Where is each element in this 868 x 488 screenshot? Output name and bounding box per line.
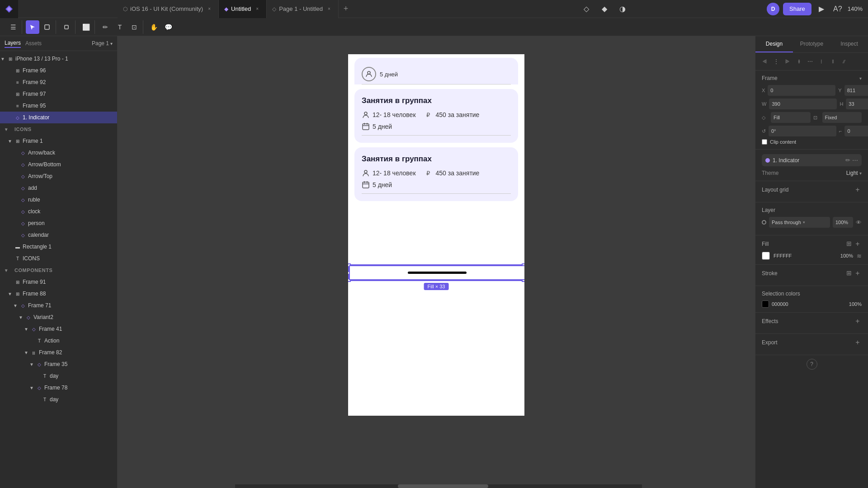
cursor-tool[interactable] [26,20,39,34]
zoom-level[interactable]: 140% [848,5,863,12]
tree-item-add[interactable]: ◇ add [0,182,117,194]
hscroll-thumb[interactable] [398,484,488,488]
assistant-button[interactable]: A? [831,3,844,15]
edit-component-icon[interactable]: ✏ [845,157,850,164]
fill-add-btn[interactable]: + [854,240,862,248]
tree-item-rect1[interactable]: ▬ Rectangle 1 [0,241,117,253]
tree-item-frame97[interactable]: ⊞ Frame 97 [0,88,117,100]
tree-item-frame92[interactable]: ≡ Frame 92 [0,76,117,88]
expand-frame78[interactable]: ▼ [29,385,34,390]
fill-style-icon[interactable]: ◇ [580,3,593,15]
shapes-tool[interactable]: ⬜ [79,20,93,34]
bottom-bar-selection[interactable] [348,264,524,281]
corner-input[interactable] [844,126,868,136]
right-tab-design[interactable]: Design [755,36,793,52]
expand-frame71[interactable]: ▼ [13,303,18,308]
tab-assets[interactable]: Assets [25,39,42,47]
align-bottom[interactable]: ⫶ [816,56,826,66]
tree-item-indicator[interactable]: ◇ 1. Indicator [0,112,117,123]
expand-frame82[interactable]: ▼ [24,350,29,355]
export-add-btn[interactable]: + [854,338,862,347]
tree-item-arrowtop[interactable]: ◇ Arrow/Top [0,170,117,182]
tree-item-iphone[interactable]: ▼ ⊞ iPhone 13 / 13 Pro - 1 [0,53,117,65]
layout-grid-add[interactable]: + [854,186,862,194]
clip-content-checkbox[interactable] [762,139,767,145]
app-logo[interactable] [0,0,18,18]
fill-color-swatch[interactable] [762,252,770,260]
tab-close-page1[interactable]: × [326,5,333,13]
fill-type-select[interactable]: Fill [771,112,811,123]
canvas-hscrollbar[interactable] [235,484,642,488]
tree-item-frame1[interactable]: ▼ ⊞ Frame 1 [0,135,117,147]
rotation-input[interactable] [769,126,836,136]
tab-untitled[interactable]: ◆ Untitled × [219,0,267,18]
fill-grid-icon[interactable]: ⊞ [846,240,852,248]
tree-item-day2[interactable]: T day [0,394,117,405]
expand-frame41[interactable]: ▼ [24,326,29,332]
fixed-type-select[interactable]: Fixed [822,112,862,123]
tree-item-frame35[interactable]: ▼ ◇ Frame 35 [0,358,117,370]
add-tab-button[interactable]: + [339,0,353,18]
tab-close-ios[interactable]: × [206,5,213,13]
tree-item-calendar[interactable]: ◇ calendar [0,229,117,241]
comment-tool[interactable]: 💬 [161,20,175,34]
expand-icon[interactable]: ▼ [0,56,5,61]
frame-tool[interactable] [60,20,73,34]
hand-tool[interactable]: ✋ [147,20,160,34]
contrast-icon[interactable]: ◑ [616,3,629,15]
components-tool[interactable]: ⊡ [127,20,141,34]
tree-item-action[interactable]: T Action [0,335,117,347]
page-selector[interactable]: Page 1 ▾ [92,40,113,47]
expand-frame1[interactable]: ▼ [7,138,13,144]
tab-page1[interactable]: ◇ Page 1 - Untitled × [267,0,339,18]
expand-frame88[interactable]: ▼ [7,291,13,296]
fill-blend-icon[interactable]: ≋ [857,253,862,259]
help-button[interactable]: ? [807,359,817,370]
tree-item-frame88[interactable]: ▼ ⊞ Frame 88 [0,288,117,300]
bottom-nav-bar[interactable] [349,265,524,280]
tree-item-clock[interactable]: ◇ clock [0,206,117,217]
theme-value[interactable]: Light ▾ [846,170,862,176]
sel-color-swatch[interactable] [762,300,769,308]
expand-variant2[interactable]: ▼ [18,314,24,320]
tab-ios-kit[interactable]: ⬡ iOS 16 - UI Kit (Community) × [118,0,219,18]
tree-item-day1[interactable]: T day [0,370,117,382]
share-button[interactable]: Share [783,3,811,15]
components-expand[interactable]: ▼ [4,267,9,273]
right-tab-prototype[interactable]: Prototype [793,36,830,52]
user-avatar[interactable]: D [767,3,779,15]
stroke-grid-icon[interactable]: ⊞ [846,269,852,277]
align-left[interactable]: ⫷ [760,56,770,66]
tree-item-arrowbottom[interactable]: ◇ Arrow/Bottom [0,159,117,170]
frame-select-tool[interactable] [40,20,54,34]
icons-expand[interactable]: ▼ [4,127,9,132]
opacity-input[interactable]: 100% [833,217,853,228]
h-input[interactable] [846,99,868,109]
tree-item-frame96[interactable]: ⊞ Frame 96 [0,65,117,76]
effects-add-btn[interactable]: + [854,317,862,325]
pen-tool[interactable]: ✏ [99,20,112,34]
tree-item-frame71[interactable]: ▼ ◇ Frame 71 [0,300,117,311]
align-top[interactable]: ⫵ [794,56,804,66]
y-input[interactable] [844,85,868,96]
more-component-icon[interactable]: ⋯ [852,157,858,164]
component-badge[interactable]: 1. Indicator ✏ ⋯ [762,154,862,166]
canvas-area[interactable]: 5 дней Занятия в группах [118,36,755,488]
blend-mode-select[interactable]: Pass through ▾ [769,217,830,228]
distribute-v[interactable]: ⫽ [839,56,849,66]
layer-visibility-icon[interactable]: 👁 [856,219,862,226]
text-tool[interactable]: T [113,20,127,34]
tab-close-untitled[interactable]: × [254,5,261,13]
menu-tool[interactable]: ☰ [6,20,20,34]
tree-item-frame78[interactable]: ▼ ◇ Frame 78 [0,382,117,394]
align-center-h[interactable]: ⋮ [771,56,781,66]
expand-frame35[interactable]: ▼ [29,361,34,367]
frame-dropdown-icon[interactable]: ▾ [859,76,862,81]
stroke-add-btn[interactable]: + [854,269,862,277]
tree-item-frame91[interactable]: ⊞ Frame 91 [0,276,117,288]
tree-item-ruble[interactable]: ◇ ruble [0,194,117,206]
align-middle[interactable]: ⋯ [805,56,815,66]
tree-item-person[interactable]: ◇ person [0,217,117,229]
x-input[interactable] [768,85,835,96]
stroke-style-icon[interactable]: ◆ [598,3,611,15]
